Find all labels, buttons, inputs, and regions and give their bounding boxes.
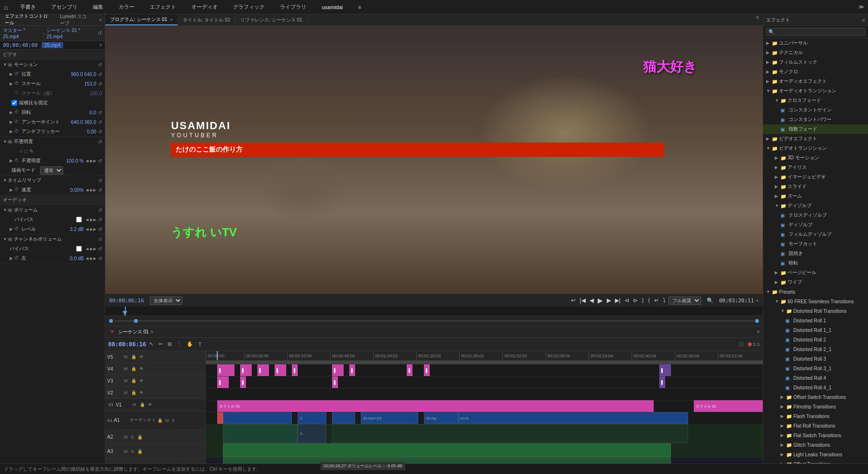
step-back-btn[interactable]: |◀ (579, 296, 586, 305)
tree-gc-flash[interactable]: ▶ 📁 Flash Transitions (763, 411, 868, 421)
level-value[interactable]: 3.2 dB (70, 227, 84, 232)
anchor-ratio-row[interactable]: 縦横比を固定 (0, 98, 105, 108)
tree-child-dissolve[interactable]: ▼ 📁 ディゾルブ (763, 201, 868, 210)
position-expand[interactable]: ▶ (10, 72, 14, 77)
master-dropdown[interactable]: マスター * 25.mp4 (3, 27, 41, 39)
motion-row[interactable]: ▼ fx モーション ↺ (0, 60, 105, 69)
v3-track[interactable] (206, 388, 763, 400)
motion-reset[interactable]: ↺ (98, 62, 102, 67)
tab-reference-monitor[interactable]: リファレンス: シーケンス 01 (235, 14, 307, 25)
tree-child-imagevideo[interactable]: ▶ 📁 イマージュビデオ (763, 172, 868, 182)
next-frame-btn[interactable]: ▶ (606, 296, 612, 305)
level-row[interactable]: ▶ ⏱ レベル 3.2 dB ◀◆▶ ↺ (0, 224, 105, 234)
scale-reset[interactable]: ↺ (98, 81, 102, 87)
seq-tab-menu[interactable]: ≡ (151, 329, 154, 334)
volume-bypass-checkbox[interactable] (76, 217, 82, 222)
v5-clip-6[interactable]: ▌ (332, 364, 344, 376)
tree-ggc-distorted-roll-2[interactable]: ▣ Distorted Roll 2 (763, 335, 868, 344)
scale-value[interactable]: 153.0 (84, 81, 96, 87)
tree-item-monochrome[interactable]: ▶ 📁 モノクロ (763, 67, 868, 77)
anchor-ratio-checkbox[interactable] (11, 100, 17, 106)
a1-target-icon[interactable]: A1 (107, 418, 112, 423)
loop-btn[interactable]: ↩ (570, 296, 577, 305)
v1-clip-2[interactable]: ⚠ (298, 412, 326, 424)
home-icon[interactable]: ⌂ (4, 3, 8, 11)
tree-item-technical[interactable]: ▶ 📁 テクニカル (763, 48, 868, 57)
tree-gc-dip-to-black[interactable]: ▣ 固焼き (763, 249, 868, 258)
tree-gc-dissolve[interactable]: ▣ ディゾルブ (763, 220, 868, 230)
v1-eye-btn[interactable]: 👁 (147, 402, 153, 408)
tree-child-page-peel[interactable]: ▶ 📁 ページピール (763, 268, 868, 277)
tree-gc-morph-cut[interactable]: ▣ モーフカット (763, 239, 868, 249)
seq-settings-btn[interactable]: S S (753, 342, 760, 347)
text-tool[interactable]: T (197, 341, 203, 348)
menu-item-assembly[interactable]: アセンブリ (48, 1, 80, 12)
play-btn[interactable]: ▶ (597, 296, 604, 305)
tree-gc-film-dissolve[interactable]: ▣ フィルムディゾルブ (763, 230, 868, 239)
clip-close-btn[interactable]: × (99, 43, 102, 48)
tree-item-presets[interactable]: ▼ 📁 Presets (763, 287, 868, 297)
scale-uniform-row[interactable]: ⏱ スケール（縦） 100.0 (0, 88, 105, 98)
a3-lock-btn[interactable]: 🔒 (136, 449, 144, 454)
overwrite-btn[interactable]: ⤵ (662, 296, 667, 305)
v4-clip-4[interactable]: ▌ (659, 376, 665, 388)
v5-clip-2[interactable]: ▌ (240, 364, 252, 376)
v5-clip-10[interactable]: ▌ (659, 364, 671, 376)
v2-eye-btn[interactable]: 👁 (138, 390, 145, 396)
a2-clip[interactable] (223, 443, 671, 457)
tree-gc-fade-to-black[interactable]: ▣ 暗転 (763, 258, 868, 268)
tree-item-audio-effects[interactable]: ▶ 📁 オーディオエフェクト (763, 77, 868, 86)
menu-item-color[interactable]: カラー (116, 1, 137, 12)
hand-tool[interactable]: ✋ (185, 340, 195, 348)
v4-lock-btn[interactable]: 🔒 (130, 366, 137, 372)
v1-clip-1[interactable] (223, 412, 292, 424)
time-remap-row[interactable]: ▼ タイムリマップ ↺ (0, 176, 105, 185)
insert-btn[interactable]: ↵ (653, 296, 660, 305)
v5-toggle-btn[interactable]: M (123, 354, 129, 360)
v1-clip-4[interactable]: 35.mp4 [V] (361, 412, 418, 424)
menu-item-graphics[interactable]: グラフィック (230, 1, 267, 12)
reset-icon[interactable]: ↺ (98, 30, 102, 36)
seq-info[interactable]: ⓘ (739, 341, 744, 348)
scrubber-handle[interactable] (134, 319, 138, 323)
blend-mode-row[interactable]: 描画モード 通常 (0, 165, 105, 175)
title-clip-2[interactable]: タイトル 01 (694, 400, 763, 412)
menu-item-edit[interactable]: 編集 (90, 1, 106, 12)
v1-lock-btn[interactable]: 🔒 (139, 402, 146, 408)
a2-track[interactable] (206, 443, 763, 458)
position-reset[interactable]: ↺ (98, 72, 102, 77)
in-point-btn[interactable]: ⟩ (641, 296, 645, 305)
rotation-reset[interactable]: ↺ (98, 110, 102, 115)
v4-eye-btn[interactable]: 👁 (138, 366, 145, 372)
tree-ggc-distorted-roll-1[interactable]: ▣ Distorted Roll 1 (763, 316, 868, 325)
panel-menu-icon[interactable]: ≡ (99, 17, 102, 22)
opacity-value[interactable]: 100.0 % (66, 158, 84, 164)
v5-clip-1[interactable]: ▌ (217, 364, 234, 376)
seq-timecode[interactable]: 00:00:06:16 (108, 341, 146, 348)
work-area-bar[interactable] (206, 361, 763, 364)
speed-value[interactable]: 0.00% (70, 187, 84, 193)
tree-item-filmstock[interactable]: ▶ 📁 フィルムストック (763, 57, 868, 67)
anchor-value[interactable]: 640.0 360.0 (71, 120, 96, 125)
program-monitor-close[interactable]: ≡ (170, 17, 172, 22)
tree-gc-flat-roll[interactable]: ▶ 📁 Flat Roll Transitions (763, 421, 868, 430)
seq-close-btn[interactable]: ✕ (108, 328, 116, 336)
tree-gc-exponential-fade[interactable]: ▣ 指数フェード (763, 124, 868, 134)
v5-clip-8[interactable]: ▌ (407, 364, 412, 376)
v5-clip-7[interactable]: ▌ (349, 364, 355, 376)
scale-row[interactable]: ▶ ⏱ スケール 153.0 ↺ (0, 79, 105, 88)
a1-mute-btn[interactable]: M (165, 418, 170, 423)
sequence-dropdown[interactable]: シーケンス 01 * 25.mp4 (46, 27, 96, 39)
anti-flicker-value[interactable]: 0.00 (87, 129, 96, 134)
tree-child-zoom[interactable]: ▶ 📁 ズーム (763, 191, 868, 201)
ch-bypass-row[interactable]: バイパス ◀◆▶ ↺ (0, 244, 105, 254)
a1-lock-btn[interactable]: 🔒 (156, 418, 164, 423)
tree-child-slide[interactable]: ▶ 📁 スライド (763, 182, 868, 191)
tab-title-monitor[interactable]: タイトル: タイトル 02 (178, 14, 235, 25)
anchor-point-row[interactable]: ▶ ⏱ アンカーポイント 640.0 360.0 ↺ (0, 117, 105, 127)
tab-program-monitor[interactable]: プログラム: シーケンス 01 ≡ (105, 14, 178, 25)
v5-clip-9[interactable]: ▌ (424, 364, 430, 376)
prev-marker-btn[interactable]: ⊲ (623, 296, 630, 305)
blend-mode-select[interactable]: 通常 (40, 166, 63, 175)
menu-item-user[interactable]: usamidai (319, 2, 345, 12)
